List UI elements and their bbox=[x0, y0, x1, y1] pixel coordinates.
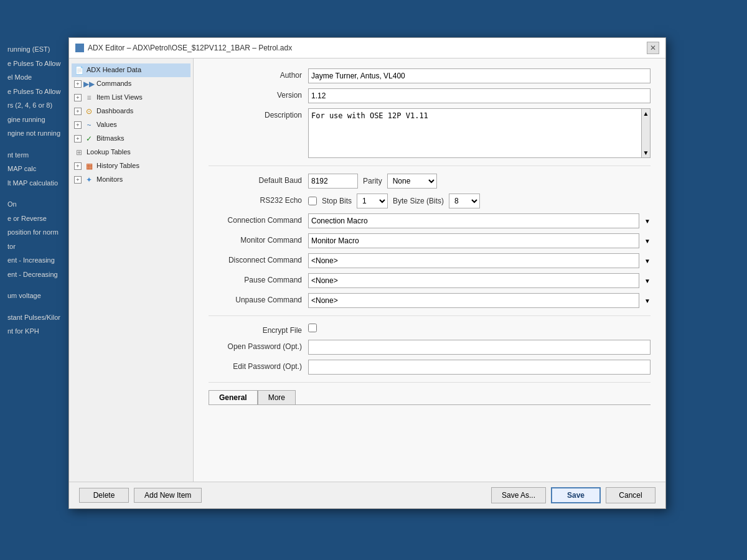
tree-item-bitmasks[interactable]: + ✓ Bitmasks bbox=[72, 132, 190, 146]
disconnect-command-label: Disconnect Command bbox=[209, 253, 308, 264]
description-label: Description bbox=[209, 108, 308, 119]
version-input[interactable] bbox=[308, 88, 651, 103]
connection-command-dropdown-icon[interactable]: ▼ bbox=[644, 218, 651, 225]
disconnect-command-dropdown-icon[interactable]: ▼ bbox=[644, 258, 651, 264]
dialog-title-text: ADX Editor – ADX\Petrol\OSE_$12PV112_1BA… bbox=[88, 44, 292, 52]
tree-item-adx-header[interactable]: 📄 ADX Header Data bbox=[72, 63, 190, 77]
bitmasks-expander[interactable]: + bbox=[74, 135, 82, 142]
rs232-echo-checkbox[interactable] bbox=[308, 197, 317, 205]
monitor-command-row: Monitor Command ▼ bbox=[209, 233, 651, 248]
unpause-command-label: Unpause Command bbox=[209, 293, 308, 304]
encrypt-file-row: Encrypt File bbox=[209, 324, 651, 335]
byte-size-select[interactable]: 8 7 bbox=[449, 194, 480, 208]
monitor-command-dropdown-icon[interactable]: ▼ bbox=[644, 238, 651, 245]
tree-item-history-tables[interactable]: + ▦ History Tables bbox=[72, 159, 190, 173]
monitor-command-input[interactable] bbox=[308, 233, 639, 248]
tree-item-commands[interactable]: + ▶▶ Commands bbox=[72, 77, 190, 91]
commands-icon: ▶▶ bbox=[84, 79, 94, 89]
disconnect-command-group: ▼ bbox=[308, 253, 651, 268]
dialog-titlebar: ADX Editor – ADX\Petrol\OSE_$12PV112_1BA… bbox=[69, 38, 665, 58]
monitors-expander[interactable]: + bbox=[74, 176, 82, 184]
description-input[interactable] bbox=[308, 108, 642, 158]
disconnect-command-row: Disconnect Command ▼ bbox=[209, 253, 651, 268]
tree-item-label-item-list-views: Item List Views bbox=[96, 93, 143, 102]
monitors-icon: ✦ bbox=[84, 175, 94, 185]
open-password-input[interactable] bbox=[308, 340, 651, 355]
stop-bits-select[interactable]: 1 2 bbox=[357, 194, 388, 208]
encrypt-file-checkbox[interactable] bbox=[308, 324, 317, 332]
unpause-command-row: Unpause Command ▼ bbox=[209, 293, 651, 308]
rs232-echo-label: RS232 Echo bbox=[209, 194, 308, 205]
default-baud-label: Default Baud bbox=[209, 174, 308, 185]
connection-command-label: Connection Command bbox=[209, 213, 308, 225]
dashboards-icon: ⊙ bbox=[84, 106, 94, 116]
byte-size-label: Byte Size (Bits) bbox=[393, 197, 444, 205]
description-row: Description ▲ ▼ bbox=[209, 108, 651, 158]
tab-general[interactable]: General bbox=[209, 390, 258, 404]
tree-panel: 📄 ADX Header Data + ▶▶ Commands + ≡ Item… bbox=[69, 58, 194, 482]
pause-command-row: Pause Command ▼ bbox=[209, 273, 651, 288]
parity-select[interactable]: None Even Odd bbox=[387, 174, 437, 189]
adx-header-icon: 📄 bbox=[74, 65, 84, 75]
history-tables-expander[interactable]: + bbox=[74, 162, 82, 170]
tree-item-dashboards[interactable]: + ⊙ Dashboards bbox=[72, 105, 190, 118]
delete-button[interactable]: Delete bbox=[79, 488, 129, 503]
unpause-command-input[interactable] bbox=[308, 293, 639, 308]
bitmasks-icon: ✓ bbox=[84, 134, 94, 144]
monitor-command-label: Monitor Command bbox=[209, 233, 308, 245]
encrypt-file-label: Encrypt File bbox=[209, 324, 308, 335]
connection-command-group: ▼ bbox=[308, 213, 651, 228]
tab-more[interactable]: More bbox=[258, 390, 296, 404]
unpause-command-dropdown-icon[interactable]: ▼ bbox=[644, 297, 651, 304]
connection-command-row: Connection Command ▼ bbox=[209, 213, 651, 228]
disconnect-command-input[interactable] bbox=[308, 253, 639, 268]
dashboards-expander[interactable]: + bbox=[74, 108, 82, 115]
edit-password-row: Edit Password (Opt.) bbox=[209, 360, 651, 375]
close-button[interactable]: ✕ bbox=[647, 42, 659, 54]
author-input[interactable] bbox=[308, 68, 651, 83]
rs232-group: Stop Bits 1 2 Byte Size (Bits) 8 7 bbox=[308, 194, 651, 208]
tree-item-label-lookup-tables: Lookup Tables bbox=[87, 147, 131, 157]
lookup-tables-icon: ⊞ bbox=[74, 147, 84, 157]
baud-parity-group: Parity None Even Odd bbox=[308, 174, 651, 189]
baud-parity-row: Default Baud Parity None Even Odd bbox=[209, 174, 651, 189]
tree-item-label-history-tables: History Tables bbox=[96, 161, 139, 170]
dialog-icon bbox=[75, 44, 84, 52]
pause-command-dropdown-icon[interactable]: ▼ bbox=[644, 278, 651, 284]
author-row: Author bbox=[209, 68, 651, 83]
tree-item-lookup-tables[interactable]: ⊞ Lookup Tables bbox=[72, 146, 190, 159]
stop-bits-label: Stop Bits bbox=[322, 197, 352, 205]
connection-command-input[interactable] bbox=[308, 213, 639, 228]
adx-editor-dialog: ADX Editor – ADX\Petrol\OSE_$12PV112_1BA… bbox=[68, 37, 666, 509]
save-button[interactable]: Save bbox=[551, 487, 601, 503]
author-label: Author bbox=[209, 68, 308, 80]
footer-left-buttons: Delete Add New Item bbox=[79, 488, 202, 503]
divider-3 bbox=[209, 382, 651, 383]
commands-expander[interactable]: + bbox=[74, 80, 82, 88]
rs232-row: RS232 Echo Stop Bits 1 2 Byte Size (Bits… bbox=[209, 194, 651, 208]
unpause-command-group: ▼ bbox=[308, 293, 651, 308]
edit-password-input[interactable] bbox=[308, 360, 651, 375]
tree-item-monitors[interactable]: + ✦ Monitors bbox=[72, 173, 190, 187]
dialog-footer: Delete Add New Item Save As... Save Canc… bbox=[69, 482, 665, 508]
edit-password-label: Edit Password (Opt.) bbox=[209, 360, 308, 371]
add-new-item-button[interactable]: Add New Item bbox=[134, 488, 202, 503]
tree-item-label-values: Values bbox=[96, 120, 117, 129]
pause-command-group: ▼ bbox=[308, 273, 651, 288]
dialog-title-group: ADX Editor – ADX\Petrol\OSE_$12PV112_1BA… bbox=[75, 44, 292, 52]
tree-item-label-monitors: Monitors bbox=[96, 175, 123, 184]
divider-2 bbox=[209, 315, 651, 316]
save-as-button[interactable]: Save As... bbox=[491, 487, 546, 503]
scroll-down-icon[interactable]: ▼ bbox=[643, 149, 649, 156]
item-list-views-expander[interactable]: + bbox=[74, 94, 82, 101]
cancel-button[interactable]: Cancel bbox=[606, 487, 655, 503]
monitor-command-group: ▼ bbox=[308, 233, 651, 248]
default-baud-input[interactable] bbox=[308, 174, 358, 189]
tree-item-label-dashboards: Dashboards bbox=[96, 106, 133, 116]
tree-item-item-list-views[interactable]: + ≡ Item List Views bbox=[72, 91, 190, 105]
version-label: Version bbox=[209, 88, 308, 100]
scroll-up-icon[interactable]: ▲ bbox=[643, 110, 649, 117]
values-expander[interactable]: + bbox=[74, 121, 82, 129]
tree-item-values[interactable]: + ~ Values bbox=[72, 118, 190, 132]
pause-command-input[interactable] bbox=[308, 273, 639, 288]
